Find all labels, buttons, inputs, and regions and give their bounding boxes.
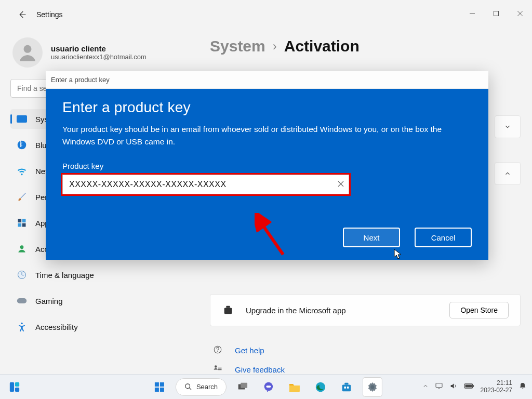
sidebar-item-gaming[interactable]: Gaming bbox=[10, 291, 186, 311]
widgets-button[interactable] bbox=[0, 381, 29, 393]
user-email: usuarioclientexx1@hotmail.com bbox=[51, 53, 147, 61]
breadcrumb-root[interactable]: System bbox=[210, 37, 265, 55]
product-key-input-wrap bbox=[62, 175, 349, 194]
tray-overflow-button[interactable] bbox=[422, 383, 429, 391]
clear-input-button[interactable] bbox=[338, 180, 344, 189]
svg-rect-15 bbox=[226, 306, 230, 308]
sidebar-item-time[interactable]: Time & language bbox=[10, 265, 186, 285]
svg-rect-36 bbox=[342, 384, 351, 391]
svg-rect-44 bbox=[465, 385, 472, 388]
task-view-button[interactable] bbox=[233, 377, 252, 397]
bluetooth-icon bbox=[17, 140, 27, 150]
tray-notifications-icon[interactable] bbox=[518, 382, 527, 392]
accordion-hint[interactable] bbox=[495, 162, 521, 185]
edge-button[interactable] bbox=[311, 377, 330, 397]
taskbar-search-label: Search bbox=[196, 383, 218, 391]
accessibility-icon bbox=[17, 322, 27, 332]
minimize-icon bbox=[469, 10, 475, 17]
accounts-icon bbox=[17, 244, 27, 254]
svg-rect-37 bbox=[344, 382, 348, 384]
maximize-icon bbox=[493, 10, 499, 17]
apps-icon bbox=[17, 218, 27, 228]
person-icon bbox=[17, 42, 38, 63]
give-feedback-link[interactable]: Give feedback bbox=[210, 364, 521, 375]
tray-battery-icon[interactable] bbox=[464, 383, 474, 391]
svg-point-17 bbox=[217, 351, 218, 352]
taskbar-clock[interactable]: 21:11 2023-02-27 bbox=[481, 380, 512, 394]
svg-rect-24 bbox=[15, 387, 19, 391]
system-icon bbox=[17, 114, 27, 124]
accordion-hint[interactable] bbox=[495, 115, 521, 138]
window-controls bbox=[460, 6, 532, 21]
chat-icon bbox=[263, 381, 274, 393]
chevron-right-icon: › bbox=[273, 39, 277, 54]
open-store-button[interactable]: Open Store bbox=[449, 302, 509, 318]
chevron-up-icon bbox=[504, 170, 511, 177]
bell-icon bbox=[518, 382, 527, 390]
svg-rect-25 bbox=[155, 382, 159, 387]
close-icon bbox=[338, 181, 344, 187]
store-icon bbox=[222, 304, 234, 316]
app-title: Settings bbox=[36, 10, 63, 19]
store-button[interactable] bbox=[337, 377, 356, 397]
get-help-label: Get help bbox=[235, 346, 264, 355]
folder-icon bbox=[288, 382, 301, 392]
widgets-icon bbox=[9, 381, 20, 393]
explorer-button[interactable] bbox=[285, 377, 304, 397]
settings-taskbar-button[interactable] bbox=[363, 377, 382, 397]
next-button[interactable]: Next bbox=[343, 228, 400, 247]
user-profile[interactable]: usuario cliente usuarioclientexx1@hotmai… bbox=[12, 37, 186, 68]
svg-rect-38 bbox=[344, 387, 347, 389]
user-text: usuario cliente usuarioclientexx1@hotmai… bbox=[51, 44, 147, 61]
arrow-left-icon bbox=[17, 10, 26, 19]
taskbar-search[interactable]: Search bbox=[176, 378, 227, 396]
breadcrumb-current: Activation bbox=[284, 37, 360, 55]
speaker-icon bbox=[449, 382, 458, 390]
sidebar-item-accessibility[interactable]: Accessibility bbox=[10, 317, 186, 337]
sidebar-item-label: Accessibility bbox=[35, 323, 78, 331]
minimize-button[interactable] bbox=[460, 6, 484, 21]
chevron-up-icon bbox=[422, 383, 429, 389]
svg-point-29 bbox=[185, 384, 190, 389]
svg-rect-41 bbox=[436, 383, 442, 388]
avatar bbox=[12, 37, 43, 68]
clock-time: 21:11 bbox=[481, 380, 512, 387]
svg-rect-6 bbox=[18, 219, 22, 223]
sidebar-item-label: Time & language bbox=[35, 271, 94, 280]
get-help-link[interactable]: Get help bbox=[210, 345, 521, 356]
svg-rect-22 bbox=[10, 382, 14, 391]
maximize-button[interactable] bbox=[484, 6, 508, 21]
chat-button[interactable] bbox=[259, 377, 278, 397]
upgrade-label: Upgrade in the Microsoft app bbox=[246, 306, 438, 315]
back-button[interactable] bbox=[11, 4, 32, 25]
chevron-down-icon bbox=[504, 123, 511, 130]
svg-rect-45 bbox=[473, 385, 474, 387]
svg-rect-32 bbox=[241, 382, 247, 388]
annotation-arrow-icon bbox=[255, 213, 291, 260]
breadcrumb: System › Activation bbox=[210, 37, 521, 55]
tray-network-icon[interactable] bbox=[435, 382, 443, 392]
start-button[interactable] bbox=[150, 377, 169, 397]
taskbar-right: 21:11 2023-02-27 bbox=[422, 380, 532, 394]
svg-point-4 bbox=[24, 45, 32, 53]
svg-point-10 bbox=[20, 245, 24, 249]
taskbar-center: Search bbox=[150, 377, 382, 397]
product-key-input[interactable] bbox=[62, 175, 349, 194]
svg-rect-9 bbox=[22, 223, 26, 227]
svg-rect-7 bbox=[22, 219, 26, 223]
feedback-icon bbox=[213, 364, 223, 375]
svg-rect-28 bbox=[160, 388, 164, 392]
cancel-button[interactable]: Cancel bbox=[415, 228, 472, 247]
svg-rect-12 bbox=[17, 298, 26, 303]
tray-volume-icon[interactable] bbox=[449, 382, 458, 392]
give-feedback-label: Give feedback bbox=[235, 365, 285, 374]
dialog-window-title: Enter a product key bbox=[51, 76, 110, 84]
svg-line-21 bbox=[261, 222, 283, 255]
close-button[interactable] bbox=[508, 6, 532, 21]
search-icon bbox=[184, 383, 192, 391]
svg-rect-26 bbox=[160, 382, 164, 387]
msstore-icon bbox=[341, 381, 352, 393]
svg-rect-39 bbox=[347, 387, 349, 389]
svg-point-13 bbox=[21, 323, 22, 324]
windows-icon bbox=[153, 381, 166, 393]
